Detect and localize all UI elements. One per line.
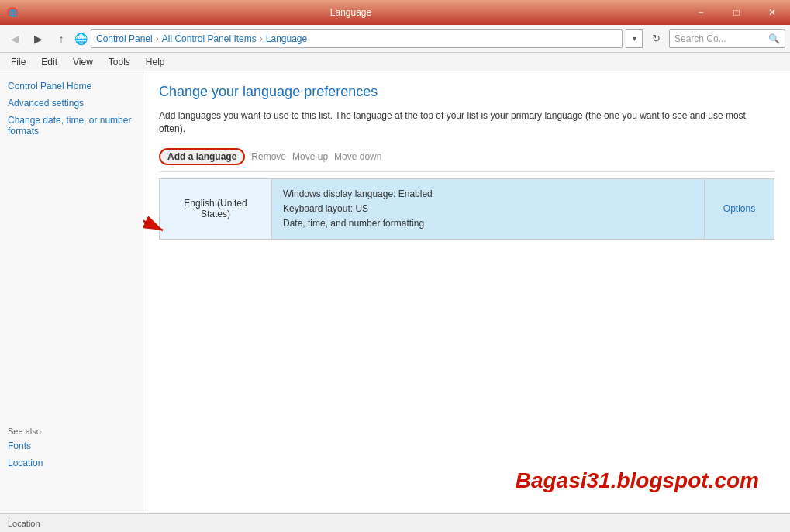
language-details: Windows display language: Enabled Keyboa… xyxy=(272,179,704,240)
sidebar-control-panel-home[interactable]: Control Panel Home xyxy=(8,81,135,92)
sidebar-date-time-formats[interactable]: Change date, time, or number formats xyxy=(8,115,135,136)
table-row[interactable]: English (United States) Windows display … xyxy=(160,179,774,240)
menu-edit[interactable]: Edit xyxy=(33,53,65,71)
detail-line-1: Windows display language: Enabled xyxy=(283,187,693,202)
remove-button[interactable]: Remove xyxy=(251,151,286,162)
address-path[interactable]: Control Panel › All Control Panel Items … xyxy=(91,29,623,48)
svg-text:🌐: 🌐 xyxy=(9,9,18,18)
crumb-allitems[interactable]: All Control Panel Items xyxy=(162,33,257,44)
close-button[interactable]: ✕ xyxy=(754,0,790,25)
page-title: Change your language preferences xyxy=(159,84,774,100)
language-name: English (United States) xyxy=(160,179,272,240)
crumb-controlpanel[interactable]: Control Panel xyxy=(96,33,153,44)
menu-view[interactable]: View xyxy=(65,53,101,71)
forward-button[interactable]: ▶ xyxy=(28,29,48,49)
up-button[interactable]: ↑ xyxy=(51,29,71,49)
minimize-button[interactable]: − xyxy=(683,0,719,25)
language-options-cell: Options xyxy=(704,179,774,240)
language-list: English (United States) Windows display … xyxy=(159,178,774,240)
language-toolbar: Add a language Remove Move up Move down xyxy=(159,148,774,172)
page-description: Add languages you want to use to this li… xyxy=(159,109,774,136)
see-also-label: See also xyxy=(8,427,43,436)
refresh-button[interactable]: ↻ xyxy=(646,29,666,49)
sidebar: Control Panel Home Advanced settings Cha… xyxy=(0,71,143,513)
move-up-button[interactable]: Move up xyxy=(292,151,328,162)
back-button[interactable]: ◀ xyxy=(5,29,25,49)
crumb-language[interactable]: Language xyxy=(266,33,307,44)
status-location: Location xyxy=(8,519,40,528)
options-link[interactable]: Options xyxy=(723,203,755,214)
search-placeholder: Search Co... xyxy=(674,33,726,44)
detail-line-3: Date, time, and number formatting xyxy=(283,216,693,231)
menu-file[interactable]: File xyxy=(3,53,33,71)
sidebar-advanced-settings[interactable]: Advanced settings xyxy=(8,98,135,109)
menu-bar: File Edit View Tools Help xyxy=(0,53,790,71)
sidebar-fonts[interactable]: Fonts xyxy=(8,440,43,451)
address-bar: ◀ ▶ ↑ 🌐 Control Panel › All Control Pane… xyxy=(0,25,790,53)
content-area: Change your language preferences Add lan… xyxy=(143,71,790,513)
app-icon: 🌐 xyxy=(6,6,19,19)
address-dropdown[interactable]: ▾ xyxy=(626,29,643,48)
move-down-button[interactable]: Move down xyxy=(334,151,381,162)
detail-line-2: Keyboard layout: US xyxy=(283,202,693,216)
search-box[interactable]: Search Co... 🔍 xyxy=(669,29,785,48)
status-bar: Location xyxy=(0,513,790,532)
sidebar-location[interactable]: Location xyxy=(8,458,43,468)
window-title: Language xyxy=(19,7,683,18)
menu-tools[interactable]: Tools xyxy=(101,53,138,71)
add-language-button[interactable]: Add a language xyxy=(159,148,245,165)
title-bar: 🌐 Language − □ ✕ xyxy=(0,0,790,25)
globe-icon: 🌐 xyxy=(74,33,88,45)
search-icon: 🔍 xyxy=(768,33,780,44)
menu-help[interactable]: Help xyxy=(138,53,173,71)
watermark: Bagasi31.blogspot.com xyxy=(516,468,759,493)
maximize-button[interactable]: □ xyxy=(719,0,754,25)
